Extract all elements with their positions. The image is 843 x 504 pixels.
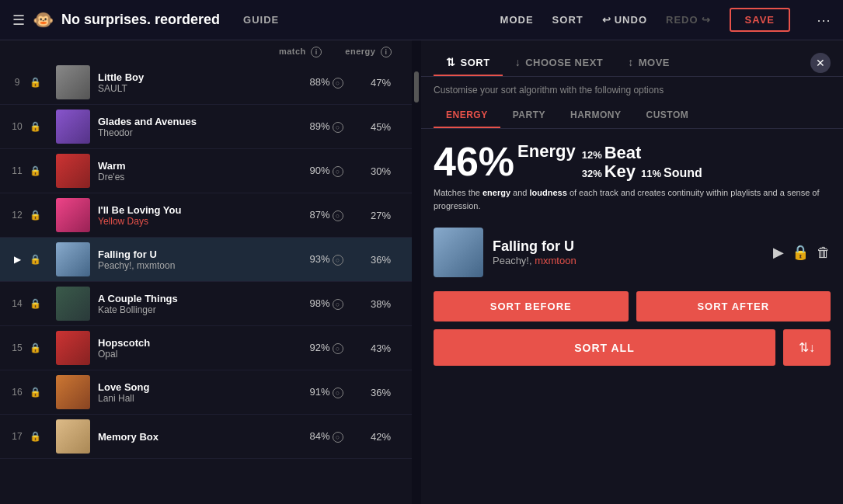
- scrollbar[interactable]: [412, 40, 421, 504]
- lock-icon[interactable]: 🔒: [30, 342, 45, 353]
- track-thumbnail: [56, 419, 90, 454]
- playlist-header: match i energy i: [0, 40, 412, 61]
- hamburger-icon[interactable]: ☰: [12, 12, 25, 29]
- energy-percentages: 46% Energy 12% Beat 32% Key 11% Sound: [434, 141, 831, 182]
- match-info-icon[interactable]: ○: [333, 388, 343, 398]
- track-row[interactable]: 10🔒Glades and AvenuesTheodor89%○45%: [0, 105, 412, 149]
- match-info-icon[interactable]: ○: [333, 299, 343, 310]
- track-info: Glades and AvenuesTheodor: [98, 116, 295, 138]
- track-name: A Couple Things: [98, 293, 295, 304]
- playlist-scroll[interactable]: 9🔒Little BoySAULT88%○47%10🔒Glades and Av…: [0, 61, 412, 504]
- track-info: Little BoySAULT: [98, 71, 295, 94]
- track-thumbnail: [56, 109, 90, 144]
- track-row[interactable]: 12🔒I'll Be Loving YouYellow Days87%○27%: [0, 193, 412, 238]
- selected-track-artist: Peachy!, mxmtoon: [493, 255, 764, 266]
- track-info: I'll Be Loving YouYellow Days: [98, 204, 295, 227]
- scroll-thumb: [414, 71, 419, 103]
- sort-before-button[interactable]: SORT BEFORE: [434, 291, 629, 322]
- match-info-icon[interactable]: ○: [333, 432, 343, 443]
- track-number: ▶: [8, 254, 26, 265]
- track-match: 88%○: [295, 76, 357, 89]
- track-name: Warm: [98, 160, 295, 172]
- tab-sort[interactable]: ⇅ SORT: [434, 50, 503, 76]
- track-thumbnail: [56, 242, 90, 276]
- tab-move[interactable]: ↕ MOVE: [615, 50, 682, 76]
- algo-tab-energy[interactable]: ENERGY: [434, 103, 500, 128]
- track-name: Glades and Avenues: [98, 116, 295, 127]
- track-row[interactable]: 15🔒HopscotchOpal92%○43%: [0, 326, 412, 370]
- track-artist: Lani Hall: [98, 393, 295, 404]
- app-title: No surprises. reordered: [61, 12, 220, 28]
- key-label: Key: [604, 163, 636, 180]
- lock-icon[interactable]: 🔒: [30, 165, 45, 176]
- track-thumbnail: [56, 198, 90, 232]
- track-match: 93%○: [295, 253, 357, 266]
- guide-button[interactable]: GUIDE: [243, 14, 279, 26]
- track-info: A Couple ThingsKate Bollinger: [98, 293, 295, 315]
- more-button[interactable]: ⋯: [817, 12, 831, 29]
- track-name: Falling for U: [98, 249, 295, 260]
- lock-icon[interactable]: 🔒: [30, 298, 45, 309]
- save-button[interactable]: SAVE: [730, 8, 790, 32]
- track-name: Little Boy: [98, 71, 295, 83]
- track-thumbnail: [56, 154, 90, 188]
- track-number: 12: [8, 210, 26, 221]
- close-button[interactable]: ✕: [810, 53, 831, 73]
- track-artist: Yellow Days: [98, 216, 295, 227]
- selected-artist-highlight: mxmtoon: [535, 255, 576, 266]
- match-info-icon[interactable]: ○: [333, 166, 343, 177]
- track-row[interactable]: 9🔒Little BoySAULT88%○47%: [0, 61, 412, 105]
- energy-info-icon[interactable]: i: [381, 47, 392, 57]
- track-row[interactable]: 16🔒Love SongLani Hall91%○36%: [0, 370, 412, 415]
- algo-tab-harmony[interactable]: HARMONY: [558, 103, 634, 128]
- undo-button[interactable]: ↩ UNDO: [602, 14, 647, 26]
- sort-actions: SORT BEFORE SORT AFTER: [421, 291, 843, 329]
- track-artist: Kate Bollinger: [98, 304, 295, 315]
- match-info-icon[interactable]: ○: [333, 210, 343, 221]
- lock-icon[interactable]: 🔒: [30, 210, 45, 221]
- track-info: WarmDre'es: [98, 160, 295, 182]
- lock-icon[interactable]: 🔒: [30, 77, 45, 88]
- track-name: Memory Box: [98, 431, 295, 443]
- lock-icon[interactable]: 🔒: [30, 254, 45, 265]
- sort-all-button[interactable]: SORT ALL: [434, 329, 775, 366]
- delete-button[interactable]: 🗑: [817, 245, 831, 261]
- track-row[interactable]: 17🔒Memory Box84%○42%: [0, 415, 412, 459]
- track-artist: Dre'es: [98, 172, 295, 182]
- track-number: 10: [8, 121, 26, 132]
- lock-button[interactable]: 🔒: [792, 244, 809, 261]
- lock-icon[interactable]: 🔒: [30, 387, 45, 398]
- redo-icon: ↪: [702, 14, 711, 26]
- sort-panel: ⇅ SORT ↓ CHOOSE NEXT ↕ MOVE ✕ Customise …: [421, 40, 843, 504]
- track-match: 98%○: [295, 297, 357, 310]
- match-info-icon[interactable]: ○: [333, 122, 343, 133]
- track-number: 17: [8, 431, 26, 442]
- algo-tab-party[interactable]: PARTY: [500, 103, 558, 128]
- sort-tab-icon: ⇅: [446, 56, 456, 68]
- match-info-icon[interactable]: ○: [333, 343, 343, 354]
- choose-next-tab-icon: ↓: [515, 56, 521, 68]
- track-thumbnail: [56, 375, 90, 409]
- match-info-icon[interactable]: ○: [333, 255, 343, 266]
- lock-icon[interactable]: 🔒: [30, 431, 45, 442]
- match-info-icon[interactable]: ○: [333, 78, 343, 89]
- track-row[interactable]: ▶🔒Falling for UPeachy!, mxmtoon93%○36%: [0, 238, 412, 282]
- algo-tab-custom[interactable]: CUSTOM: [633, 103, 701, 128]
- tab-choose-next[interactable]: ↓ CHOOSE NEXT: [503, 50, 616, 76]
- track-row[interactable]: 14🔒A Couple ThingsKate Bollinger98%○38%: [0, 282, 412, 326]
- track-number: 16: [8, 387, 26, 398]
- track-artist: SAULT: [98, 83, 295, 94]
- energy-header: energy i: [345, 47, 392, 57]
- play-button[interactable]: ▶: [773, 244, 784, 261]
- lock-icon[interactable]: 🔒: [30, 121, 45, 132]
- track-thumbnail: [56, 331, 90, 365]
- sort-options-button[interactable]: ⇅↓: [783, 329, 831, 366]
- mode-button[interactable]: MODE: [500, 14, 534, 26]
- sort-after-button[interactable]: SORT AFTER: [636, 291, 831, 322]
- energy-big-label: 46%: [434, 141, 514, 182]
- track-energy: 42%: [357, 431, 404, 443]
- match-info-icon[interactable]: i: [311, 47, 322, 57]
- sort-button[interactable]: SORT: [552, 14, 583, 26]
- track-row[interactable]: 11🔒WarmDre'es90%○30%: [0, 149, 412, 193]
- redo-button[interactable]: REDO ↪: [666, 14, 711, 26]
